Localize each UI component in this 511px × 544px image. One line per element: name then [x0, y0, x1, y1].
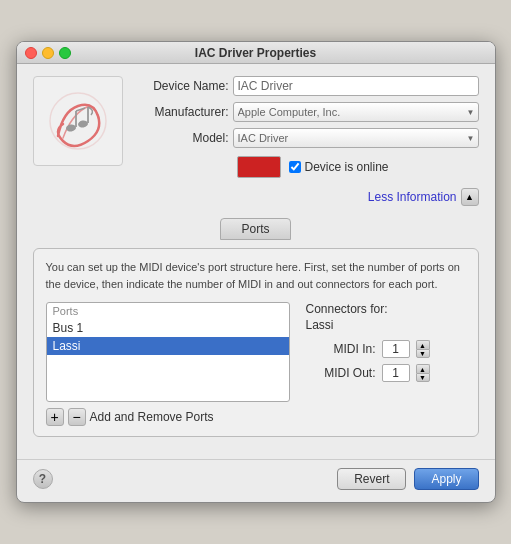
- bottom-buttons: Revert Apply: [337, 468, 478, 490]
- connectors-port-name: Lassi: [306, 318, 466, 332]
- ports-tab-section: Ports: [33, 218, 479, 240]
- music-notes-icon: [43, 86, 113, 156]
- model-label: Model:: [139, 131, 229, 145]
- midi-out-input[interactable]: [382, 364, 410, 382]
- color-swatch[interactable]: [237, 156, 281, 178]
- apply-button[interactable]: Apply: [414, 468, 478, 490]
- panel-description: You can set up the MIDI device's port st…: [46, 259, 466, 292]
- add-remove-row: + − Add and Remove Ports: [46, 408, 290, 426]
- bottom-bar: ? Revert Apply: [17, 459, 495, 502]
- midi-in-label: MIDI In:: [306, 342, 376, 356]
- ports-list-box[interactable]: Ports Bus 1 Lassi: [46, 302, 290, 402]
- main-window: IAC Driver Properties: [16, 41, 496, 503]
- ports-area: Ports Bus 1 Lassi + − Add and Remove Por…: [46, 302, 466, 426]
- maximize-button[interactable]: [59, 47, 71, 59]
- manufacturer-select-wrapper: Apple Computer, Inc.: [233, 102, 479, 122]
- device-icon: [33, 76, 123, 166]
- midi-out-row: MIDI Out: ▲ ▼: [306, 364, 466, 382]
- color-row: Device is online: [139, 156, 479, 178]
- traffic-lights: [25, 47, 71, 59]
- device-online-label: Device is online: [305, 160, 389, 174]
- midi-in-decrement-button[interactable]: ▼: [416, 349, 430, 358]
- less-information-link[interactable]: Less Information: [368, 190, 457, 204]
- connectors-section: Connectors for: Lassi MIDI In: ▲ ▼ MIDI …: [306, 302, 466, 426]
- less-info-row: Less Information ▲: [139, 188, 479, 206]
- device-online-checkbox[interactable]: [289, 161, 301, 173]
- device-form: Device Name: Manufacturer: Apple Compute…: [139, 76, 479, 206]
- help-button[interactable]: ?: [33, 469, 53, 489]
- list-item[interactable]: Lassi: [47, 337, 289, 355]
- svg-point-0: [50, 93, 106, 149]
- device-online-row: Device is online: [289, 160, 389, 174]
- svg-point-4: [77, 120, 88, 129]
- midi-out-increment-button[interactable]: ▲: [416, 364, 430, 373]
- model-select[interactable]: IAC Driver: [233, 128, 479, 148]
- revert-button[interactable]: Revert: [337, 468, 406, 490]
- manufacturer-row: Manufacturer: Apple Computer, Inc.: [139, 102, 479, 122]
- midi-in-stepper: ▲ ▼: [416, 340, 430, 358]
- manufacturer-label: Manufacturer:: [139, 105, 229, 119]
- close-button[interactable]: [25, 47, 37, 59]
- window-title: IAC Driver Properties: [195, 46, 316, 60]
- model-row: Model: IAC Driver: [139, 128, 479, 148]
- midi-in-input[interactable]: [382, 340, 410, 358]
- midi-out-stepper: ▲ ▼: [416, 364, 430, 382]
- device-name-input[interactable]: [233, 76, 479, 96]
- remove-port-button[interactable]: −: [68, 408, 86, 426]
- ports-list-header: Ports: [47, 303, 289, 319]
- minimize-button[interactable]: [42, 47, 54, 59]
- midi-out-label: MIDI Out:: [306, 366, 376, 380]
- svg-point-1: [65, 124, 76, 133]
- manufacturer-select[interactable]: Apple Computer, Inc.: [233, 102, 479, 122]
- top-section: Device Name: Manufacturer: Apple Compute…: [33, 76, 479, 206]
- connectors-title: Connectors for:: [306, 302, 466, 316]
- main-content: Device Name: Manufacturer: Apple Compute…: [17, 64, 495, 459]
- list-item[interactable]: Bus 1: [47, 319, 289, 337]
- add-remove-label: Add and Remove Ports: [90, 410, 214, 424]
- device-name-row: Device Name:: [139, 76, 479, 96]
- ports-list-section: Ports Bus 1 Lassi + − Add and Remove Por…: [46, 302, 290, 426]
- device-name-label: Device Name:: [139, 79, 229, 93]
- midi-in-increment-button[interactable]: ▲: [416, 340, 430, 349]
- add-port-button[interactable]: +: [46, 408, 64, 426]
- less-information-button[interactable]: ▲: [461, 188, 479, 206]
- titlebar: IAC Driver Properties: [17, 42, 495, 64]
- ports-tab[interactable]: Ports: [220, 218, 290, 240]
- midi-out-decrement-button[interactable]: ▼: [416, 373, 430, 382]
- panel-box: You can set up the MIDI device's port st…: [33, 248, 479, 437]
- model-select-wrapper: IAC Driver: [233, 128, 479, 148]
- midi-in-row: MIDI In: ▲ ▼: [306, 340, 466, 358]
